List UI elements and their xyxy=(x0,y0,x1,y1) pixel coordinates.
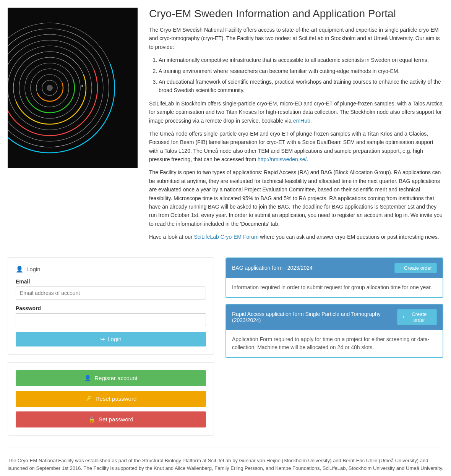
rapid-access-create-order-button[interactable]: + Create order xyxy=(397,309,437,325)
list-item-1: An internationally competitive infrastru… xyxy=(159,56,443,64)
svg-point-12 xyxy=(47,85,53,91)
plus-icon: + xyxy=(399,265,402,271)
intro-para-1: The Cryo-EM Swedish National Facility of… xyxy=(149,26,443,51)
info-section: Cryo-EM Sweden Information and Applicati… xyxy=(149,8,443,246)
password-group: Password xyxy=(16,305,206,326)
nmisweden-link[interactable]: http://nmisweden.se/ xyxy=(258,156,307,162)
footer-divider xyxy=(8,447,443,447)
rapid-access-form-header: Rapid Access application form Single Par… xyxy=(226,304,443,330)
plus-icon-2: + xyxy=(402,314,405,320)
intro-para-5: Have a look at our SciLifeLab Cryo-EM Fo… xyxy=(149,233,443,241)
action-buttons-panel: 👤 Register account 🔑 Reset password 🔒 Se… xyxy=(8,362,214,436)
reset-button-label: Reset password xyxy=(96,395,137,402)
login-panel-header: 👤 Login xyxy=(16,266,206,273)
set-password-button[interactable]: 🔒 Set password xyxy=(16,411,206,427)
reset-password-button[interactable]: 🔑 Reset password xyxy=(16,391,206,407)
bag-form-card: BAG application form - 2023/2024 + Creat… xyxy=(226,257,443,298)
emhub-link[interactable]: emHub xyxy=(293,118,310,124)
intro-list: An internationally competitive infrastru… xyxy=(159,56,443,95)
bag-form-description: Information required in order to submit … xyxy=(232,284,432,290)
login-button[interactable]: ↪ Login xyxy=(16,332,206,346)
register-button-label: Register account xyxy=(94,375,138,381)
list-item-3: An educational framework of scientific m… xyxy=(159,78,443,95)
intro-para-2: SciLifeLab in Stockholm offers single-pa… xyxy=(149,99,443,125)
rapid-access-form-title: Rapid Access application form Single Par… xyxy=(232,311,397,323)
user-icon: 👤 xyxy=(16,266,23,273)
register-icon: 👤 xyxy=(84,375,91,382)
forms-panel: BAG application form - 2023/2024 + Creat… xyxy=(226,257,443,436)
hero-image xyxy=(8,8,138,168)
lock-icon: 🔒 xyxy=(88,416,96,423)
bag-create-order-button[interactable]: + Create order xyxy=(394,263,437,273)
email-label: Email xyxy=(16,278,206,285)
footer-text: The Cryo-EM National Facility was establ… xyxy=(8,457,443,473)
bag-create-order-label: Create order xyxy=(404,265,432,271)
rapid-access-form-card: Rapid Access application form Single Par… xyxy=(226,304,443,358)
rapid-access-create-order-label: Create order xyxy=(407,311,432,323)
login-arrow-icon: ↪ xyxy=(100,336,105,343)
intro-para-4: The Facility is open to two types of app… xyxy=(149,168,443,228)
bag-form-body: Information required in order to submit … xyxy=(226,278,443,297)
password-input[interactable] xyxy=(16,313,206,326)
bag-form-title: BAG application form - 2023/2024 xyxy=(232,265,313,271)
login-panel-title: Login xyxy=(26,266,41,272)
register-account-button[interactable]: 👤 Register account xyxy=(16,370,206,386)
bag-form-header: BAG application form - 2023/2024 + Creat… xyxy=(226,258,443,278)
forum-link[interactable]: SciLifeLab Cryo-EM Forum xyxy=(194,234,259,240)
key-icon: 🔑 xyxy=(85,395,92,402)
page-title: Cryo-EM Sweden Information and Applicati… xyxy=(149,8,443,20)
svg-rect-0 xyxy=(8,8,138,168)
list-item-2: A training environment where researchers… xyxy=(159,67,443,75)
login-panel: 👤 Login Email Password ↪ Login xyxy=(8,257,214,355)
email-input[interactable] xyxy=(16,287,206,300)
password-label: Password xyxy=(16,305,206,311)
intro-para-3: The Umeå node offers single-particle cry… xyxy=(149,130,443,164)
email-group: Email xyxy=(16,278,206,300)
login-button-label: Login xyxy=(107,336,122,342)
rapid-access-form-body: Application Form required to apply for t… xyxy=(226,330,443,357)
svg-point-18 xyxy=(81,85,83,87)
setpass-button-label: Set password xyxy=(99,416,133,423)
rapid-access-form-description: Application Form required to apply for t… xyxy=(232,336,430,350)
